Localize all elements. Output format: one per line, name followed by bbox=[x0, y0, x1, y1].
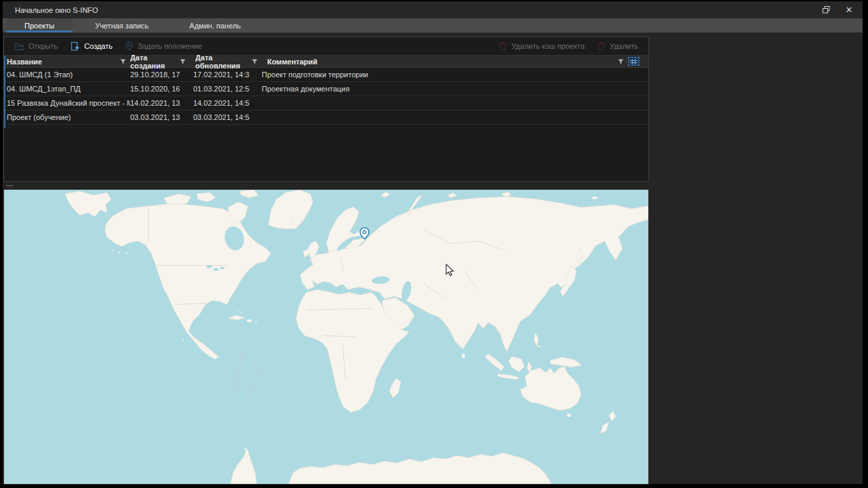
table-row[interactable]: 04. ШМСД_1этап_ПД 15.10.2020, 16:08:00 0… bbox=[4, 82, 648, 96]
close-window-button[interactable]: ✕ bbox=[840, 3, 859, 17]
projects-panel: Открыть Создать Зада bbox=[3, 37, 649, 182]
new-project-icon bbox=[70, 41, 80, 52]
cell-updated: 01.03.2021, 12:57:39 bbox=[193, 85, 250, 93]
screen: Начальное окно S-INFO ✕ Проекты Учетная bbox=[0, 0, 868, 488]
projects-grid: Название Дата создания Дата обно bbox=[4, 56, 648, 181]
cell-updated: 14.02.2021, 14:51:34 bbox=[193, 99, 250, 107]
set-position-label: Задать положение bbox=[138, 42, 202, 50]
panel-splitter[interactable] bbox=[3, 182, 649, 189]
cell-updated: 17.02.2021, 14:31:33 bbox=[193, 70, 250, 79]
toolbar: Открыть Создать Зада bbox=[4, 37, 648, 56]
world-map[interactable] bbox=[4, 190, 648, 484]
column-comment-label: Комментарий bbox=[267, 58, 317, 66]
title-bar: Начальное окно S-INFO ✕ bbox=[3, 1, 863, 18]
cell-name: Проект (обучение) bbox=[4, 113, 130, 121]
cell-comment: Проектная документация bbox=[262, 85, 628, 93]
tab-account[interactable]: Учетная запись bbox=[77, 18, 167, 33]
map-pin-icon bbox=[125, 41, 134, 51]
cell-name: 15 Развязка Дунайский проспект - Московс… bbox=[4, 99, 130, 107]
cell-created: 03.03.2021, 13:47:55 bbox=[130, 113, 180, 121]
create-project-button[interactable]: Создать bbox=[64, 39, 119, 54]
column-name-label: Название bbox=[7, 58, 42, 66]
mouse-cursor bbox=[446, 264, 454, 277]
cell-updated: 03.03.2021, 14:50:19 bbox=[193, 113, 250, 121]
open-project-label: Открыть bbox=[28, 42, 58, 50]
delete-project-label: Удалить bbox=[610, 42, 638, 50]
tab-admin-panel[interactable]: Админ. панель bbox=[171, 18, 259, 33]
column-created-label: Дата создания bbox=[130, 54, 180, 70]
map-marker-pin[interactable] bbox=[359, 227, 370, 240]
set-position-button[interactable]: Задать положение bbox=[119, 39, 208, 54]
delete-cache-label: Удалить кэш проекта bbox=[511, 42, 585, 50]
create-project-label: Создать bbox=[84, 42, 113, 50]
table-row[interactable]: 04. ШМСД (1 Этап) 29.10.2018, 17:48:49 1… bbox=[4, 68, 648, 82]
close-icon: ✕ bbox=[846, 5, 853, 14]
cell-name: 04. ШМСД_1этап_ПД bbox=[4, 85, 130, 93]
cell-created: 29.10.2018, 17:48:49 bbox=[130, 70, 180, 79]
filter-funnel-icon[interactable] bbox=[252, 59, 258, 64]
trash-icon bbox=[597, 41, 606, 51]
filter-funnel-icon[interactable] bbox=[120, 59, 126, 64]
restore-window-button[interactable] bbox=[816, 3, 835, 17]
window-controls: ✕ bbox=[816, 3, 863, 17]
grid-accent-line bbox=[4, 56, 5, 128]
cell-comment: Проект подготовки территории bbox=[262, 70, 628, 79]
tab-account-label: Учетная запись bbox=[95, 22, 149, 30]
trash-icon bbox=[498, 41, 507, 51]
restore-window-icon bbox=[823, 6, 830, 14]
tab-projects[interactable]: Проекты bbox=[6, 18, 73, 33]
splitter-handle bbox=[6, 185, 13, 186]
filter-funnel-icon[interactable] bbox=[618, 59, 624, 64]
map-panel[interactable] bbox=[3, 189, 649, 485]
tab-strip: Проекты Учетная запись Админ. панель bbox=[3, 18, 863, 33]
column-header-name[interactable]: Название bbox=[4, 58, 130, 66]
column-header-updated[interactable]: Дата обновления bbox=[195, 54, 252, 70]
cell-name: 04. ШМСД (1 Этап) bbox=[4, 70, 130, 79]
grid-header-icon-cell bbox=[628, 57, 648, 66]
open-project-button[interactable]: Открыть bbox=[8, 39, 64, 54]
column-updated-label: Дата обновления bbox=[195, 54, 252, 70]
column-header-comment[interactable]: Комментарий bbox=[267, 58, 628, 66]
delete-cache-button[interactable]: Удалить кэш проекта bbox=[492, 39, 591, 54]
content-area: Открыть Создать Зада bbox=[3, 33, 863, 484]
table-row[interactable]: Проект (обучение) 03.03.2021, 13:47:55 0… bbox=[4, 110, 648, 125]
folder-open-icon bbox=[14, 42, 24, 51]
grid-select-icon[interactable] bbox=[628, 57, 639, 66]
tab-admin-panel-label: Админ. панель bbox=[189, 22, 241, 30]
filter-funnel-icon[interactable] bbox=[180, 59, 186, 64]
app-window: Начальное окно S-INFO ✕ Проекты Учетная bbox=[3, 1, 863, 484]
cell-created: 14.02.2021, 13:51:13 bbox=[130, 99, 180, 107]
delete-project-button[interactable]: Удалить bbox=[591, 39, 644, 54]
empty-right-area bbox=[650, 33, 863, 484]
tab-projects-label: Проекты bbox=[24, 22, 54, 30]
table-row[interactable]: 15 Развязка Дунайский проспект - Московс… bbox=[4, 96, 648, 110]
column-header-created[interactable]: Дата создания bbox=[130, 54, 180, 70]
grid-header: Название Дата создания Дата обно bbox=[4, 56, 648, 68]
cell-created: 15.10.2020, 16:08:00 bbox=[130, 85, 180, 93]
window-title: Начальное окно S-INFO bbox=[3, 6, 98, 14]
